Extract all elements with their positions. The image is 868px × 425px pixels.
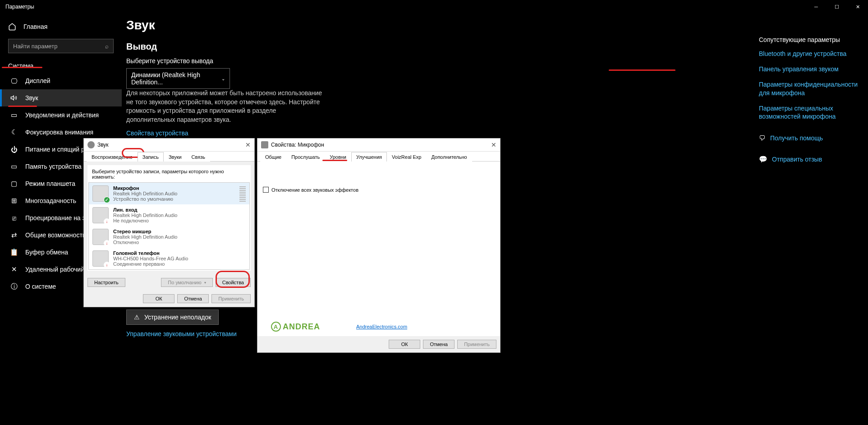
troubleshoot-button[interactable]: ⚠ Устранение неполадок [126, 310, 219, 325]
shared-icon: ⇄ [10, 231, 18, 239]
output-device-dropdown[interactable]: Динамики (Realtek High Definition... ⌄ [126, 68, 230, 89]
tab-listen[interactable]: Прослушать [286, 152, 325, 162]
window-title: Параметры [5, 4, 34, 10]
sound-tabstrip: Воспроизведение Запись Звуки Связь [84, 152, 254, 162]
nav-display[interactable]: 🖵 Дисплей [0, 72, 122, 89]
device-list: ✓ Микрофон Realtek High Definition Audio… [88, 182, 250, 270]
group-system: Система [0, 60, 122, 72]
props-apply-button[interactable]: Применить [457, 340, 496, 349]
andrea-branding: A ANDREA AndreaElectronics.com [257, 322, 500, 336]
multi-icon: ⊞ [10, 197, 18, 205]
get-help-link[interactable]: 🗩 Получить помощь [759, 134, 860, 142]
device-properties-link[interactable]: Свойства устройства [126, 129, 532, 137]
andrea-logo: A ANDREA [271, 322, 320, 332]
rdp-icon: ✕ [10, 265, 18, 273]
speaker-icon [87, 141, 95, 148]
focus-icon: ☾ [10, 128, 18, 136]
checkbox-icon [263, 187, 269, 193]
warn-icon: ⚠ [134, 314, 140, 321]
power-icon: ⏻ [10, 145, 18, 153]
disable-effects-checkbox[interactable]: Отключение всех звуковых эффектов [263, 187, 495, 193]
props-tabstrip: Общие Прослушать Уровни Улучшения VoizRe… [257, 152, 500, 162]
related-mic-privacy[interactable]: Параметры конфиденциальности для микрофо… [759, 80, 860, 97]
props-title: Свойства: Микрофон [271, 142, 324, 148]
tablet-icon: ▢ [10, 180, 18, 188]
related-bluetooth[interactable]: Bluetooth и другие устройства [759, 50, 860, 58]
sound-dialog: Звук ✕ Воспроизведение Запись Звуки Связ… [83, 138, 255, 307]
page-title: Звук [126, 18, 532, 32]
output-section-title: Вывод [126, 42, 532, 52]
clip-icon: 📋 [10, 248, 18, 256]
sound-dialog-title: Звук [97, 142, 109, 148]
search-placeholder: Найти параметр [13, 43, 57, 50]
tab-sounds[interactable]: Звуки [164, 152, 187, 162]
down-badge: ↓ [104, 262, 110, 268]
ok-button[interactable]: ОК [143, 294, 175, 303]
related-title: Сопутствующие параметры [759, 36, 860, 43]
sound-dialog-close[interactable]: ✕ [245, 141, 251, 148]
feedback-link[interactable]: 💬 Отправить отзыв [759, 155, 860, 163]
storage-icon: ▭ [10, 162, 18, 171]
related-sound-panel[interactable]: Панель управления звуком [759, 65, 860, 73]
search-icon: ⌕ [105, 43, 109, 50]
headset-icon: ↓ [92, 250, 109, 267]
level-meter [239, 185, 246, 202]
tab-levels[interactable]: Уровни [325, 152, 351, 162]
notify-icon: ▭ [10, 111, 18, 119]
apply-button[interactable]: Применить [211, 294, 251, 303]
nav-sound[interactable]: Звук [0, 89, 122, 106]
chevron-down-icon: ⌄ [221, 76, 225, 81]
search-input[interactable]: Найти параметр ⌕ [8, 39, 114, 53]
related-mic-access[interactable]: Параметры специальных возможностей микро… [759, 104, 860, 120]
stereomix-icon: ↓ [92, 229, 109, 245]
related-panel: Сопутствующие параметры Bluetooth и друг… [751, 36, 868, 169]
recording-instruction: Выберите устройство записи, параметры ко… [88, 166, 250, 182]
sound-dialog-titlebar: Звук ✕ [84, 139, 254, 152]
minimize-button[interactable]: ─ [806, 0, 827, 14]
home-label: Главная [23, 23, 47, 30]
andrea-link[interactable]: AndreaElectronics.com [356, 324, 407, 329]
tab-playback[interactable]: Воспроизведение [87, 152, 138, 162]
down-badge: ↓ [104, 240, 110, 246]
checkmark-badge: ✓ [104, 197, 110, 203]
props-cancel-button[interactable]: Отмена [423, 340, 455, 349]
tab-general[interactable]: Общие [260, 152, 286, 162]
down-badge: ↓ [104, 218, 110, 225]
mic-icon: ✓ [92, 185, 109, 202]
props-ok-button[interactable]: ОК [389, 340, 420, 349]
about-icon: ⓘ [10, 282, 18, 291]
sound-icon [10, 94, 18, 102]
device-microphone[interactable]: ✓ Микрофон Realtek High Definition Audio… [89, 183, 249, 204]
nav-notifications[interactable]: ▭ Уведомления и действия [0, 106, 122, 124]
mic-icon [261, 141, 268, 148]
tab-enhancements[interactable]: Улучшения [351, 152, 387, 162]
tab-recording[interactable]: Запись [138, 152, 164, 162]
cancel-button[interactable]: Отмена [177, 294, 209, 303]
device-stereomix[interactable]: ↓ Стерео микшер Realtek High Definition … [89, 226, 249, 248]
andrea-logo-icon: A [271, 322, 281, 332]
home-icon [8, 23, 16, 31]
props-titlebar: Свойства: Микрофон ✕ [257, 139, 500, 152]
tab-voizreal[interactable]: VoizReal Exp [387, 152, 426, 162]
linein-icon: ↓ [92, 207, 109, 223]
help-icon: 🗩 [759, 134, 766, 142]
project-icon: ⎚ [10, 214, 18, 222]
tab-advanced[interactable]: Дополнительно [426, 152, 472, 162]
titlebar: Параметры ─ ☐ ✕ [0, 0, 868, 14]
properties-button[interactable]: Свойства [216, 278, 251, 287]
maximize-button[interactable]: ☐ [827, 0, 847, 14]
device-linein[interactable]: ↓ Лин. вход Realtek High Definition Audi… [89, 204, 249, 226]
feedback-icon: 💬 [759, 155, 767, 163]
props-close[interactable]: ✕ [491, 141, 496, 148]
close-button[interactable]: ✕ [847, 0, 868, 14]
device-headset[interactable]: ↓ Головной телефон WH-CH500 Hands-Free A… [89, 248, 249, 269]
default-button[interactable]: По умолчанию [161, 278, 212, 287]
output-description: Для некоторых приложений может быть наст… [126, 89, 325, 124]
output-device-label: Выберите устройство вывода [126, 57, 532, 65]
configure-button[interactable]: Настроить [87, 278, 125, 287]
tab-comm[interactable]: Связь [187, 152, 210, 162]
mic-props-dialog: Свойства: Микрофон ✕ Общие Прослушать Ур… [257, 138, 501, 353]
display-icon: 🖵 [10, 77, 18, 85]
home-nav[interactable]: Главная [0, 18, 122, 35]
